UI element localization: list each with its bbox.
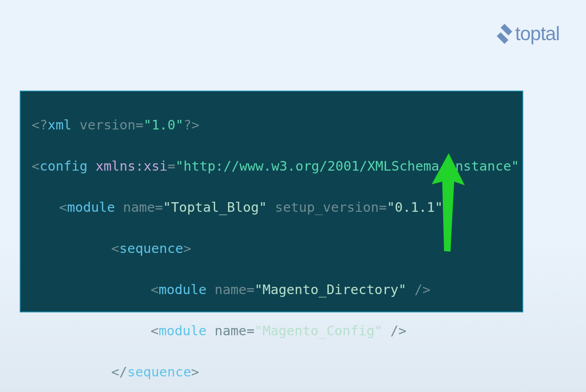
toptal-wordmark: toptal xyxy=(515,23,559,45)
code-line: <?xml version="1.0"?> xyxy=(26,115,522,135)
code-line: </sequence> xyxy=(26,362,522,382)
code-line: <module name="Magento_Config" /> xyxy=(26,321,522,341)
code-editor: <?xml version="1.0"?> <config xmlns:xsi=… xyxy=(20,91,523,312)
code-line: <sequence> xyxy=(26,238,522,259)
code-line: <module name="Toptal_Blog" setup_version… xyxy=(26,197,522,218)
toptal-logo: toptal xyxy=(497,23,559,45)
code-line: <module name="Magento_Directory" /> xyxy=(26,279,522,300)
code-line: <config xmlns:xsi="http://www.w3.org/200… xyxy=(26,156,522,177)
toptal-icon xyxy=(497,24,512,44)
